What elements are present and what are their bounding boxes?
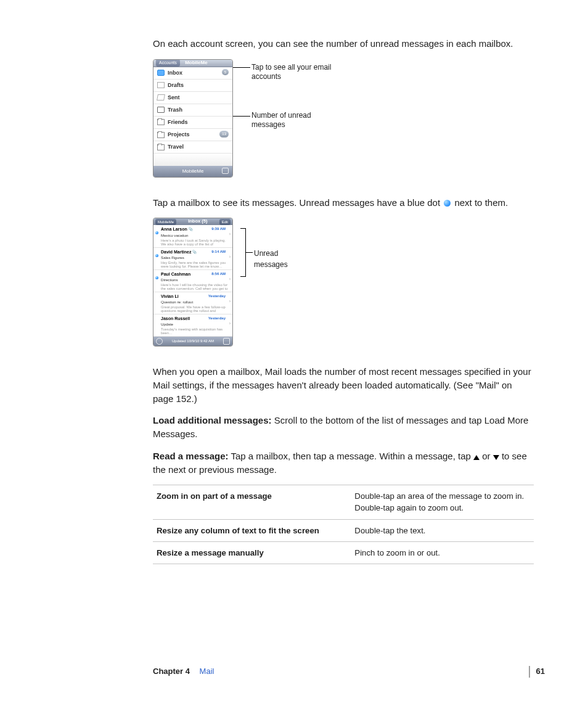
callout-unread-messages: Unread messages [254,248,288,270]
inbox-edit-button: Edit [219,219,231,226]
callout-accounts: Tap to see all your email accounts [251,63,332,82]
folder-icon [157,132,165,138]
chevron-right-icon: › [229,254,231,260]
mailbox-row-sent: Sent [153,92,232,104]
read-message-text: Read a message: Tap a mailbox, then tap … [153,449,534,477]
table-row: Resize any column of text to fit the scr… [153,519,534,541]
footer-title: Mail [200,667,214,676]
unread-badge: 5 [222,69,229,76]
message-row: › Yesterday Vivian Li Question re: rollo… [153,292,232,314]
unread-dot-icon [155,231,158,234]
attachment-icon: 📎 [192,250,197,254]
chevron-right-icon: › [229,298,231,305]
mailbox-row-inbox: Inbox 5 [153,67,232,80]
bluedot-text: Tap a mailbox to see its messages. Unrea… [153,196,534,210]
footer-chapter: Chapter 4 [153,667,190,676]
message-row: › Yesterday Jason Russell Update Tuesday… [153,314,232,337]
inbox-title: Inbox (5) [188,218,207,225]
callout-unread-count: Number of unread messages [251,111,332,130]
attachment-icon: 📎 [189,228,193,231]
compose-icon [222,168,229,174]
sent-icon [157,94,165,101]
gestures-table: Zoom in on part of a message Double-tap … [153,485,534,564]
chevron-right-icon: › [229,231,231,237]
table-row: Zoom in on part of a message Double-tap … [153,485,534,519]
footer-page-number: 61 [529,666,545,678]
table-row: Resize a message manually Pinch to zoom … [153,541,534,564]
chevron-right-icon: › [229,276,231,282]
mailbox-row-drafts: Drafts [153,80,232,92]
refresh-icon [156,338,163,345]
blue-dot-icon [444,200,451,207]
accounts-footer: MobileMe [153,166,232,177]
compose-icon [223,338,230,345]
unread-dot-icon [155,254,158,257]
load-intro-text: When you open a mailbox, Mail loads the … [153,365,534,405]
mailbox-row-trash: Trash [153,104,232,117]
triangle-down-icon [493,455,499,460]
drafts-icon [157,82,165,88]
accounts-title: MobileMe [185,59,207,67]
inbox-mockup: MobileMe Inbox (5) Edit › 9:39 AM Anna L… [153,218,233,347]
folder-icon [157,119,165,125]
message-row: › 9:14 AM David Martinez 📎 Sales Figures… [153,248,232,270]
inbox-back-button: MobileMe [155,219,176,226]
unread-dot-icon [155,276,158,279]
accounts-back-button: Accounts [156,59,180,67]
message-row: › 8:56 AM Paul Cashman Directions Here's… [153,270,232,292]
mailbox-row-projects: Projects 13 [153,129,232,141]
message-row: › 9:39 AM Anna Larson 📎 Mexico vacation … [153,225,232,247]
inbox-footer: Updated 10/9/10 9:42 AM [153,337,232,346]
intro-text: On each account screen, you can see the … [153,37,534,51]
mailbox-row-travel: Travel [153,141,232,154]
chevron-right-icon: › [229,321,231,327]
accounts-mockup: Accounts MobileMe Inbox 5 Drafts Sent [153,59,233,178]
triangle-up-icon [473,455,480,460]
unread-badge: 13 [219,131,229,138]
trash-icon [157,107,165,113]
mailbox-row-friends: Friends [153,117,232,129]
folder-icon [157,144,165,150]
load-more-text: Load additional messages: Scroll to the … [153,414,534,441]
inbox-icon [157,70,165,76]
